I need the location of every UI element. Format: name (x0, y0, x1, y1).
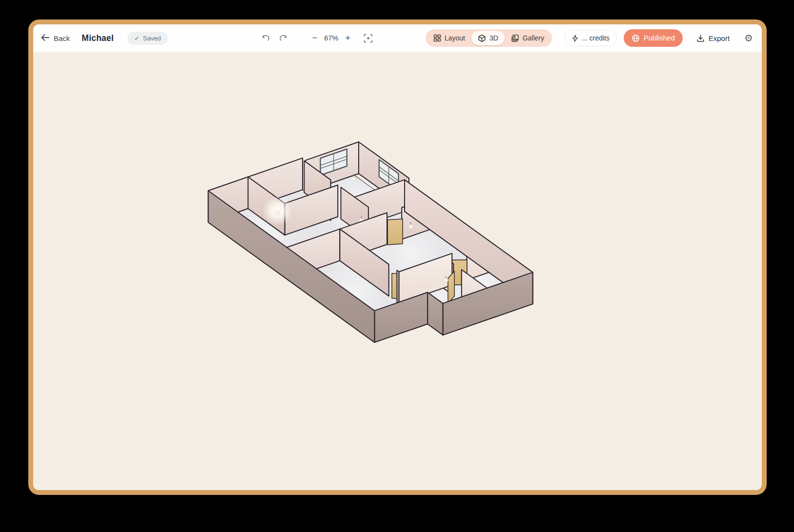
app-window: Back Michael ✓ Saved − 67% + (28, 20, 767, 495)
lightning-icon (572, 35, 578, 42)
tab-3d-label: 3D (489, 34, 498, 42)
published-button[interactable]: Published (624, 29, 683, 47)
back-button[interactable]: Back (41, 34, 70, 42)
published-label: Published (644, 34, 675, 42)
tab-gallery-label: Gallery (523, 34, 544, 42)
zoom-in-button[interactable]: + (342, 33, 354, 43)
credits-label: ... credits (582, 34, 610, 42)
undo-icon (262, 34, 271, 42)
back-label: Back (54, 34, 70, 42)
view-mode-toggle: Layout 3D Gallery (426, 29, 552, 47)
gallery-icon (511, 34, 519, 42)
download-icon (696, 34, 705, 42)
toolbar: Back Michael ✓ Saved − 67% + (33, 24, 762, 52)
saved-badge: ✓ Saved (127, 32, 168, 45)
editor-canvas[interactable] (33, 52, 762, 495)
back-arrow-icon (41, 34, 49, 42)
tab-layout[interactable]: Layout (427, 31, 471, 45)
redo-icon (278, 34, 287, 42)
tab-layout-label: Layout (445, 34, 465, 42)
settings-gear-icon[interactable]: ⚙ (744, 33, 753, 43)
redo-button[interactable] (276, 34, 290, 42)
layout-grid-icon (433, 34, 441, 42)
export-label: Export (709, 34, 730, 42)
undo-button[interactable] (260, 34, 273, 42)
globe-icon (631, 34, 640, 42)
check-icon: ✓ (134, 35, 140, 42)
zoom-level: 67% (321, 34, 342, 42)
cube-3d-icon (478, 34, 486, 42)
floorplan-3d-view[interactable] (33, 52, 762, 495)
export-button[interactable]: Export (693, 34, 733, 43)
fit-view-button[interactable] (363, 33, 373, 43)
tab-3d[interactable]: 3D (471, 31, 505, 45)
saved-label: Saved (143, 35, 161, 42)
page-title: Michael (81, 33, 114, 43)
focus-icon (363, 33, 373, 43)
credits-button[interactable]: ... credits (565, 30, 617, 46)
tab-gallery[interactable]: Gallery (505, 31, 550, 45)
zoom-out-button[interactable]: − (308, 33, 321, 43)
